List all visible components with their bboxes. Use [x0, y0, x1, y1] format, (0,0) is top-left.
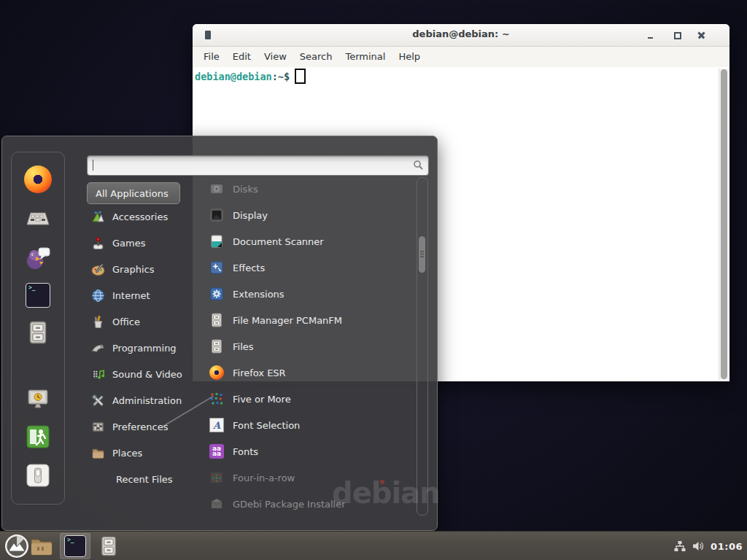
- apps-scrollbar[interactable]: [417, 177, 428, 516]
- app-item-extensions[interactable]: Extensions: [201, 281, 414, 307]
- category-games[interactable]: Games: [87, 230, 196, 256]
- category-office[interactable]: Office: [87, 308, 196, 335]
- app-item-display[interactable]: Display: [201, 202, 414, 228]
- network-icon[interactable]: [673, 540, 686, 553]
- taskbar: >_ 01:06: [0, 531, 747, 560]
- effects-icon: [209, 260, 224, 275]
- category-label: Office: [112, 316, 140, 327]
- menubar-item-edit[interactable]: Edit: [226, 47, 258, 67]
- disks-icon: [209, 182, 224, 196]
- category-places[interactable]: Places: [87, 440, 196, 466]
- apps-list: Disks Display Document Scanner Effects: [201, 176, 414, 513]
- keyboard-icon: [25, 208, 51, 230]
- category-label: Sound & Video: [112, 369, 182, 380]
- app-item-document-scanner[interactable]: Document Scanner: [201, 228, 414, 254]
- terminal-cursor: [295, 69, 306, 84]
- category-internet[interactable]: Internet: [87, 282, 196, 308]
- apps-scrollbar-thumb[interactable]: [419, 236, 425, 273]
- shell-prompt: debian@debian:~$: [195, 69, 306, 84]
- maximize-button[interactable]: [671, 29, 683, 41]
- app-label: Fonts: [233, 446, 258, 457]
- app-item-disks[interactable]: Disks: [201, 176, 414, 202]
- close-button[interactable]: [696, 29, 708, 41]
- app-label: Five or More: [233, 394, 291, 405]
- file-cabinet-icon: [26, 321, 50, 344]
- lock-screen-icon: [25, 388, 51, 411]
- gdebi-icon: [209, 497, 224, 511]
- taskbar-clock[interactable]: 01:06: [711, 541, 743, 552]
- category-administration[interactable]: Administration: [87, 387, 196, 413]
- favorite-log-out-button[interactable]: [12, 421, 64, 453]
- favorite-file-manager-button[interactable]: [12, 316, 64, 349]
- search-icon: [413, 160, 424, 171]
- file-cabinet-icon: [98, 536, 119, 556]
- app-item-five-or-more[interactable]: Five or More: [201, 386, 414, 412]
- system-tray: 01:06: [673, 532, 743, 560]
- favorite-terminal-button[interactable]: >_: [12, 279, 64, 311]
- app-label: Display: [233, 210, 268, 221]
- menubar-item-search[interactable]: Search: [293, 47, 339, 67]
- fonts-icon: aaaa: [209, 444, 224, 459]
- app-item-four-in-a-row[interactable]: Four-in-a-row: [201, 464, 414, 491]
- category-preferences[interactable]: Preferences: [87, 413, 196, 440]
- terminal-titlebar[interactable]: debian@debian: ~: [193, 24, 729, 47]
- taskbar-file-manager-button[interactable]: [29, 535, 54, 557]
- category-graphics[interactable]: Graphics: [87, 256, 196, 282]
- games-icon: [90, 236, 105, 250]
- font-selection-glyph: A: [213, 420, 220, 431]
- menubar-item-file[interactable]: File: [197, 47, 226, 67]
- category-label: Programming: [112, 343, 177, 354]
- app-item-file-manager-pcmanfm[interactable]: File Manager PCManFM: [201, 307, 414, 333]
- app-label: GDebi Package Installer: [233, 499, 346, 510]
- app-label: Files: [233, 341, 254, 352]
- category-label: Preferences: [112, 421, 168, 432]
- app-label: Four-in-a-row: [233, 472, 295, 483]
- taskbar-terminal-button[interactable]: >_: [60, 533, 90, 559]
- all-applications-button[interactable]: All Applications: [87, 182, 180, 204]
- app-label: Document Scanner: [233, 236, 324, 247]
- search-input[interactable]: [87, 155, 429, 176]
- category-label: Graphics: [112, 264, 154, 275]
- desktop: debian@debian: ~ File Edit View Search T…: [0, 0, 747, 560]
- taskbar-files-button[interactable]: [96, 535, 121, 557]
- category-accessories[interactable]: Accessories: [87, 203, 196, 230]
- category-sound-video[interactable]: Sound & Video: [87, 361, 196, 387]
- category-programming[interactable]: Programming: [87, 335, 196, 361]
- favorite-pidgin-button[interactable]: [12, 241, 64, 273]
- app-item-effects[interactable]: Effects: [201, 254, 414, 281]
- prompt-user-host: debian@debian: [195, 71, 272, 82]
- app-item-files[interactable]: Files: [201, 333, 414, 359]
- menubar-item-view[interactable]: View: [258, 47, 293, 67]
- graphics-icon: [90, 262, 105, 276]
- menubar-item-terminal[interactable]: Terminal: [338, 47, 392, 67]
- volume-icon[interactable]: [692, 540, 705, 553]
- category-recent-files[interactable]: Recent Files: [87, 466, 196, 492]
- favorite-shutdown-button[interactable]: [12, 459, 64, 491]
- app-item-firefox-esr[interactable]: Firefox ESR: [201, 359, 414, 386]
- favorite-lock-screen-button[interactable]: [12, 384, 64, 416]
- category-label: Recent Files: [116, 474, 173, 485]
- minimize-button[interactable]: [645, 29, 657, 41]
- menubar-item-help[interactable]: Help: [392, 47, 427, 67]
- app-item-font-selection[interactable]: A Font Selection: [201, 412, 414, 438]
- pidgin-icon: [25, 244, 51, 271]
- terminal-scrollbar[interactable]: [719, 69, 728, 380]
- favorite-keyboard-button[interactable]: [12, 203, 64, 235]
- start-menu-button[interactable]: [4, 534, 29, 559]
- terminal-menubar: File Edit View Search Terminal Help: [193, 47, 729, 67]
- category-label: Administration: [112, 395, 182, 406]
- fonts-glyph: aa: [212, 451, 221, 456]
- terminal-scrollbar-thumb[interactable]: [721, 69, 727, 379]
- log-out-icon: [26, 424, 50, 449]
- favorites-column: >_: [11, 152, 65, 505]
- app-item-gdebi-package-installer[interactable]: GDebi Package Installer: [201, 491, 414, 513]
- app-item-fonts[interactable]: aaaa Fonts: [201, 438, 414, 464]
- favorite-firefox-button[interactable]: [12, 163, 64, 195]
- distributor-logo-icon: [4, 534, 29, 559]
- app-label: Disks: [233, 184, 258, 195]
- firefox-icon: [24, 166, 52, 193]
- app-label: Font Selection: [233, 420, 300, 431]
- search-caret: [93, 160, 93, 171]
- app-label: Extensions: [233, 289, 285, 300]
- app-label: Firefox ESR: [233, 368, 286, 378]
